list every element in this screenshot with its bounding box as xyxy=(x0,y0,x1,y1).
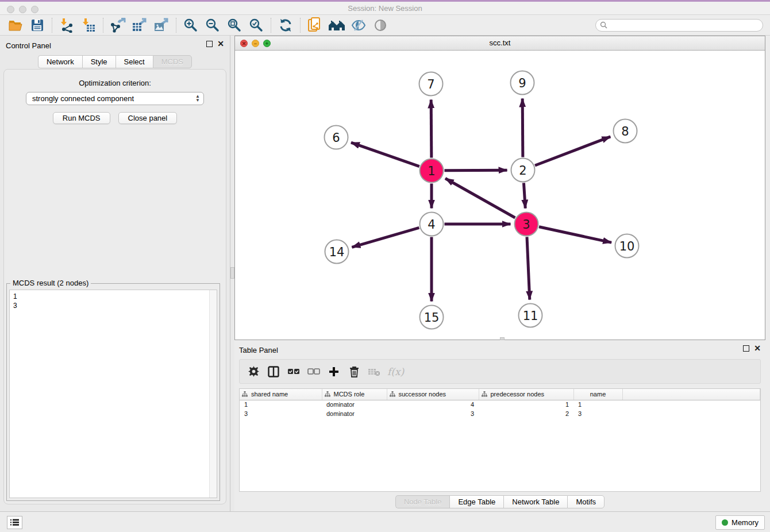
cell-mcds-role[interactable]: dominator xyxy=(322,409,387,418)
hide-details-eye-icon[interactable] xyxy=(349,17,368,34)
graph-node-7[interactable]: 7 xyxy=(419,72,444,97)
export-table-icon[interactable] xyxy=(130,17,149,34)
column-label: name xyxy=(590,391,606,398)
criterion-select[interactable]: strongly connected component xyxy=(26,92,204,105)
cell-mcds-role[interactable]: dominator xyxy=(322,400,387,409)
fx-label: f(x) xyxy=(387,366,404,377)
table-settings-gear-icon[interactable] xyxy=(247,365,260,379)
network-window-title: scc.txt xyxy=(235,38,765,47)
cell-predecessor-nodes[interactable]: 2 xyxy=(479,409,573,418)
col-predecessor-nodes[interactable]: predecessor nodes xyxy=(479,389,573,400)
graph-edge[interactable] xyxy=(351,142,419,167)
close-panel-icon[interactable]: ✕ xyxy=(217,41,224,47)
zoom-selected-icon[interactable] xyxy=(247,17,266,34)
graph-node-11[interactable]: 11 xyxy=(518,303,543,328)
col-name[interactable]: name xyxy=(573,389,622,400)
close-panel-button[interactable]: Close panel xyxy=(118,112,178,124)
add-column-icon[interactable] xyxy=(327,365,341,379)
control-panel-tabs: Network Style Select MCDS xyxy=(0,55,230,68)
graph-node-4[interactable]: 4 xyxy=(419,212,444,237)
run-mcds-button[interactable]: Run MCDS xyxy=(53,112,110,124)
network-window-titlebar[interactable]: ✕ − + scc.txt xyxy=(235,36,765,51)
tab-style[interactable]: Style xyxy=(82,55,116,68)
graph-node-2[interactable]: 2 xyxy=(511,158,536,183)
graph-edge[interactable] xyxy=(445,179,515,218)
graph-edge[interactable] xyxy=(539,227,611,242)
graph-node-9[interactable]: 9 xyxy=(510,71,535,95)
save-session-icon[interactable] xyxy=(28,17,47,34)
table-toolbar: f(x) xyxy=(239,359,761,384)
refresh-layout-icon[interactable] xyxy=(276,17,295,34)
show-columns-icon[interactable] xyxy=(267,365,280,379)
tab-node-table[interactable]: Node Table xyxy=(395,495,450,508)
table-panel-title: Table Panel xyxy=(239,346,278,354)
column-label: shared name xyxy=(251,391,288,398)
float-panel-icon[interactable] xyxy=(206,41,213,47)
graph-edge[interactable] xyxy=(352,228,419,247)
cell-predecessor-nodes[interactable]: 1 xyxy=(479,400,573,409)
graph-node-10[interactable]: 10 xyxy=(615,234,640,259)
cell-shared-name[interactable]: 3 xyxy=(240,409,322,418)
cell-successor-nodes[interactable]: 4 xyxy=(387,400,479,409)
home-icon[interactable] xyxy=(327,17,346,34)
table-row[interactable]: 3 dominator 3 2 3 xyxy=(240,409,760,418)
search-input[interactable] xyxy=(595,19,763,32)
select-all-columns-icon[interactable] xyxy=(287,365,301,379)
graph-node-1[interactable]: 1 xyxy=(419,159,444,183)
zoom-out-icon[interactable] xyxy=(203,17,222,34)
panel-splitter[interactable] xyxy=(230,36,234,511)
table-row[interactable]: 1 dominator 4 1 1 xyxy=(240,400,760,409)
column-label: MCDS role xyxy=(334,391,365,398)
tab-mcds[interactable]: MCDS xyxy=(153,55,192,68)
mcds-result-text[interactable]: 1 3 xyxy=(9,290,217,498)
open-session-icon[interactable] xyxy=(6,17,25,34)
col-shared-name[interactable]: shared name xyxy=(240,389,322,400)
graph-node-6[interactable]: 6 xyxy=(324,125,349,150)
delete-table-icon[interactable] xyxy=(367,365,381,379)
network-resize-grip[interactable] xyxy=(500,337,505,340)
task-history-button[interactable] xyxy=(7,516,22,529)
cell-successor-nodes[interactable]: 3 xyxy=(387,409,479,418)
cell-name[interactable]: 1 xyxy=(573,400,622,409)
function-builder-icon[interactable]: f(x) xyxy=(387,365,404,379)
clone-network-icon[interactable] xyxy=(305,17,325,34)
show-details-eye-icon[interactable] xyxy=(371,17,390,34)
close-table-panel-icon[interactable]: ✕ xyxy=(754,345,761,352)
cell-name[interactable]: 3 xyxy=(573,409,622,418)
graph-node-15[interactable]: 15 xyxy=(419,305,444,330)
zoom-fit-icon[interactable] xyxy=(225,17,244,34)
splitter-grip[interactable] xyxy=(230,267,234,279)
graph-edge[interactable] xyxy=(535,137,610,165)
zoom-in-icon[interactable] xyxy=(181,17,201,34)
toolbar-separator xyxy=(271,18,271,33)
export-network-icon[interactable] xyxy=(108,17,128,34)
tab-edge-table[interactable]: Edge Table xyxy=(449,495,503,508)
graph-node-14[interactable]: 14 xyxy=(325,240,349,264)
tab-network[interactable]: Network xyxy=(38,55,82,68)
float-table-panel-icon[interactable] xyxy=(743,345,749,352)
cell-shared-name[interactable]: 1 xyxy=(240,400,322,409)
graph-edge[interactable] xyxy=(431,99,432,157)
tab-select[interactable]: Select xyxy=(116,55,153,68)
import-network-icon[interactable] xyxy=(57,17,76,34)
export-image-icon[interactable] xyxy=(152,17,171,34)
import-table-icon[interactable] xyxy=(79,17,98,34)
tab-network-table[interactable]: Network Table xyxy=(503,495,567,508)
memory-button[interactable]: Memory xyxy=(715,515,765,530)
result-scrollbar[interactable] xyxy=(209,290,217,498)
graph-node-8[interactable]: 8 xyxy=(613,119,638,144)
col-mcds-role[interactable]: MCDS role xyxy=(322,389,387,400)
delete-column-icon[interactable] xyxy=(347,365,361,379)
tab-motifs[interactable]: Motifs xyxy=(567,495,605,508)
column-tree-icon xyxy=(325,391,330,398)
graph-node-3[interactable]: 3 xyxy=(514,212,539,237)
graph-edge[interactable] xyxy=(527,237,530,299)
graph-edge[interactable] xyxy=(444,170,507,171)
column-tree-icon xyxy=(242,391,248,398)
graph-edge[interactable] xyxy=(522,98,523,157)
graph-edge[interactable] xyxy=(523,183,525,208)
network-canvas[interactable]: 7968124314101511 xyxy=(235,51,765,340)
deselect-all-columns-icon[interactable] xyxy=(307,365,321,379)
select-stepper-icon: ▲▼ xyxy=(195,94,200,102)
col-successor-nodes[interactable]: successor nodes xyxy=(387,389,479,400)
